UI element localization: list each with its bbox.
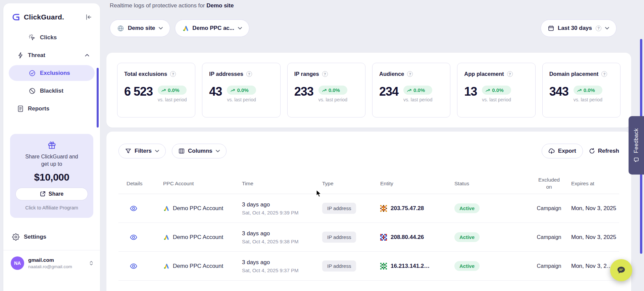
google-ads-icon [182,25,189,32]
sidebar-item-settings[interactable]: Settings [12,233,91,241]
columns-button[interactable]: Columns [172,144,227,158]
view-details-button[interactable] [129,204,139,212]
table-row: Demo PPC Account 3 days agoSat, Oct 4, 2… [118,194,619,223]
stat-title: IP ranges [294,71,319,77]
columns-button-label: Columns [188,148,212,154]
user-name: gmail.com [28,257,72,263]
stat-value: 6 523 [124,86,153,98]
sidebar-item-blacklist[interactable]: Blacklist [9,83,95,99]
refresh-button[interactable]: Refresh [589,144,619,158]
page-subtitle-text: Realtime logs of protective actions for [110,2,205,9]
chat-widget-button[interactable] [610,259,632,281]
help-icon[interactable]: ? [596,26,601,31]
time-relative: 3 days ago [242,230,322,237]
stat-value: 233 [294,86,313,98]
entity-identicon [380,234,387,241]
feedback-tab-label: Feedback [633,128,639,153]
chevron-down-icon [159,27,163,30]
chevron-up-down-icon[interactable] [89,260,93,266]
view-details-button[interactable] [129,233,139,241]
trend-up-icon [322,89,327,92]
eye-icon [130,263,137,269]
ppc-account-selector[interactable]: Demo PPC ac... [175,19,249,37]
site-selector[interactable]: Demo site [110,19,170,37]
filters-button[interactable]: Filters [118,144,166,158]
status-badge: Active [454,261,480,271]
shield-check-icon [29,70,36,77]
sidebar-item-exclusions[interactable]: Exclusions [9,65,95,81]
stat-card-total-exclusions: Total exclusions? 6 523 0.0% vs. last pe… [117,63,195,117]
ppc-account-name: Demo PPC Account [173,263,223,270]
promo-text-line1: Share ClickGuard and [15,153,88,160]
sidebar-item-label: Clicks [40,34,57,41]
table-toolbar: Filters Columns Export Refresh [118,144,619,158]
help-icon[interactable]: ? [170,71,176,77]
sidebar-item-reports[interactable]: Reports [9,101,95,116]
sidebar-scrollbar-thumb[interactable] [97,68,99,128]
export-button[interactable]: Export [542,144,583,158]
help-icon[interactable]: ? [246,71,252,77]
chat-icon [616,265,626,275]
sidebar-item-label: Exclusions [40,70,70,77]
threat-bolt-icon [17,52,23,59]
trend-badge: 0.0% [227,86,256,95]
feedback-tab[interactable]: Feedback [629,116,644,175]
user-account-selector[interactable]: NA gmail.com naatali.ro@gmail.com [3,250,100,276]
date-range-selector[interactable]: Last 30 days ? [541,19,616,37]
exclusions-table-panel: Filters Columns Export Refresh Details P… [106,132,631,291]
date-range-label: Last 30 days [558,25,592,32]
type-chip: IP address [322,203,356,214]
stat-caption: vs. last period [158,97,187,102]
help-icon[interactable]: ? [322,71,328,77]
ppc-account-selector-label: Demo PPC ac... [192,25,234,32]
trend-badge: 0.0% [403,86,432,95]
stat-title: Domain placement [549,71,599,77]
help-icon[interactable]: ? [407,71,413,77]
sidebar: ClickGuard. Clicks Threat Exclusions [3,3,100,291]
stat-caption: vs. last period [482,97,511,102]
stat-value: 343 [549,86,568,98]
stat-caption: vs. last period [574,97,602,102]
stat-value: 13 [464,86,477,98]
entity-value: 203.75.47.28 [391,205,424,212]
column-header-status: Status [454,181,527,187]
share-button[interactable]: Share [15,188,88,200]
collapse-sidebar-icon[interactable] [85,14,92,20]
trend-badge: 0.0% [574,86,602,95]
sidebar-item-threat[interactable]: Threat [9,47,95,63]
trend-up-icon [577,89,582,92]
chevron-down-icon [216,150,220,152]
brand-name: ClickGuard. [24,13,64,21]
chevron-up-icon[interactable] [85,54,89,57]
trend-up-icon [486,89,490,92]
sidebar-nav: Clicks Threat Exclusions Blacklist [3,28,100,118]
time-absolute: Sat, Oct 4, 2025 9:39 PM [242,210,322,215]
sidebar-item-label: Blacklist [40,88,63,94]
page-subtitle: Realtime logs of protective actions for … [110,2,234,9]
type-chip: IP address [322,232,356,243]
stat-title: App placement [464,71,504,77]
column-header-excluded-on: Excluded on [527,177,571,191]
help-icon[interactable]: ? [507,71,513,77]
globe-icon [117,25,124,32]
affiliate-program-link[interactable]: Click to Affiliate Program [15,205,88,210]
chevron-down-icon [605,27,609,30]
table-row: Demo PPC Account 3 days agoSat, Oct 4, 2… [118,223,619,252]
settings-label: Settings [24,234,46,240]
promo-amount: $10,000 [15,172,88,183]
entity-identicon [380,263,387,270]
entity-identicon [380,205,387,212]
export-button-label: Export [558,148,576,154]
view-details-button[interactable] [129,262,139,270]
selector-row: Demo site Demo PPC ac... [110,19,249,37]
sidebar-item-clicks[interactable]: Clicks [9,30,95,45]
stat-caption: vs. last period [227,97,256,102]
stat-value: 234 [379,86,398,98]
table-row: Demo PPC Account 3 days agoSat, Oct 4, 2… [118,252,619,281]
trend-badge: 0.0% [318,86,347,95]
chevron-down-icon [238,27,242,30]
trend-badge: 0.0% [482,86,511,95]
google-ads-icon [163,263,169,269]
affiliate-promo-card: Share ClickGuard and get up to $10,000 S… [10,134,93,218]
help-icon[interactable]: ? [601,71,607,77]
